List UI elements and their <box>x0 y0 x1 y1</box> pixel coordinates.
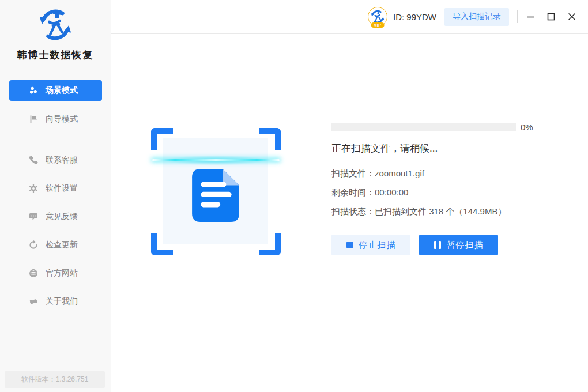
maximize-button[interactable] <box>543 9 559 25</box>
stop-icon <box>346 242 353 248</box>
pause-scan-button[interactable]: 暂停扫描 <box>419 235 498 255</box>
close-icon <box>568 13 576 21</box>
scan-bracket-bottom-right <box>259 233 281 255</box>
app-title: 韩博士数据恢复 <box>0 48 111 62</box>
globe-icon <box>29 269 38 278</box>
time-remaining-value: 00:00:00 <box>375 187 408 197</box>
sidebar-item-wizard-mode[interactable]: 向导模式 <box>0 110 111 129</box>
sidebar-item-scene-mode[interactable]: 场景模式 <box>9 80 102 101</box>
time-remaining-row: 剩余时间：00:00:00 <box>331 187 408 198</box>
minimize-button[interactable] <box>522 9 538 25</box>
document-file-icon <box>192 169 239 222</box>
update-icon <box>29 240 38 250</box>
progress-bar <box>331 123 516 131</box>
import-scan-records-button[interactable]: 导入扫描记录 <box>444 8 509 26</box>
pause-scan-label: 暂停扫描 <box>447 240 484 251</box>
app-window: 韩博士数据恢复 场景模式 向导模式 联系客服 <box>0 0 588 392</box>
gear-icon <box>29 184 38 193</box>
titlebar: VIP ID: 99YDW 导入扫描记录 <box>111 0 588 34</box>
sidebar: 韩博士数据恢复 场景模式 向导模式 联系客服 <box>0 0 111 392</box>
sidebar-item-contact-support[interactable]: 联系客服 <box>0 150 111 170</box>
scan-bracket-top-right <box>259 128 281 150</box>
sidebar-item-label: 意见反馈 <box>46 212 78 222</box>
user-id-label: ID: 99YDW <box>393 12 436 22</box>
version-badge: 软件版本：1.3.26.751 <box>5 371 105 388</box>
sidebar-item-check-update[interactable]: 检查更新 <box>0 235 111 255</box>
scene-mode-icon <box>29 86 38 95</box>
vip-badge: VIP <box>371 22 385 28</box>
time-remaining-label: 剩余时间： <box>331 187 375 197</box>
scan-bracket-top-left <box>151 128 173 150</box>
feedback-icon <box>29 212 38 221</box>
pause-icon <box>434 241 441 249</box>
sidebar-item-settings[interactable]: 软件设置 <box>0 179 111 198</box>
sidebar-item-about-us[interactable]: 关于我们 <box>0 292 111 311</box>
sidebar-item-official-website[interactable]: 官方网站 <box>0 263 111 283</box>
maximize-icon <box>547 13 555 21</box>
sidebar-item-label: 官方网站 <box>46 268 78 278</box>
minimize-icon <box>526 13 534 21</box>
stop-scan-button[interactable]: 停止扫描 <box>331 235 410 255</box>
sidebar-item-label: 场景模式 <box>46 85 78 96</box>
wizard-flag-icon <box>29 115 38 124</box>
app-logo-icon <box>37 6 73 43</box>
phone-icon <box>29 156 38 165</box>
sidebar-item-label: 软件设置 <box>46 183 78 194</box>
scan-state-value: 已扫描到文件 318 个（144.9MB） <box>375 206 506 216</box>
scan-progress-panel: 0% 正在扫描文件，请稍候... 扫描文件：zoomout1.gif 剩余时间：… <box>111 34 588 392</box>
about-icon <box>29 297 38 306</box>
sidebar-item-label: 关于我们 <box>46 296 78 307</box>
scan-state-label: 扫描状态： <box>331 206 375 216</box>
scan-bracket-bottom-left <box>151 233 173 255</box>
stop-scan-label: 停止扫描 <box>359 240 396 251</box>
scan-line <box>152 159 280 161</box>
sidebar-item-feedback[interactable]: 意见反馈 <box>0 207 111 227</box>
sidebar-item-label: 检查更新 <box>46 240 78 250</box>
sidebar-item-label: 向导模式 <box>46 114 78 125</box>
close-button[interactable] <box>564 9 580 25</box>
progress-percent-label: 0% <box>521 122 533 132</box>
scan-file-row: 扫描文件：zoomout1.gif <box>331 168 424 179</box>
user-avatar[interactable]: VIP <box>368 7 387 27</box>
scan-file-value: zoomout1.gif <box>375 168 424 178</box>
scan-file-label: 扫描文件： <box>331 168 375 178</box>
scan-state-row: 扫描状态：已扫描到文件 318 个（144.9MB） <box>331 206 506 217</box>
scan-progress: 0% <box>331 122 533 132</box>
sidebar-item-label: 联系客服 <box>46 155 78 165</box>
scan-animation-graphic <box>151 128 281 255</box>
scan-status-heading: 正在扫描文件，请稍候... <box>331 142 438 155</box>
titlebar-divider <box>517 10 518 23</box>
